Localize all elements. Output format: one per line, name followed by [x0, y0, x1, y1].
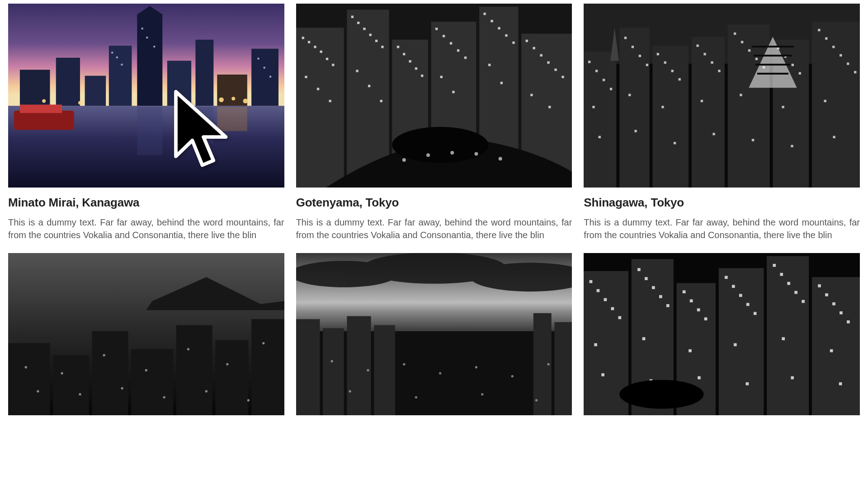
svg-point-188 [511, 375, 513, 377]
svg-rect-78 [380, 100, 382, 102]
svg-rect-64 [498, 27, 500, 29]
svg-rect-178 [323, 328, 344, 415]
svg-rect-148 [755, 64, 790, 66]
svg-rect-46 [351, 16, 353, 18]
svg-rect-48 [363, 28, 365, 30]
svg-rect-70 [547, 61, 549, 64]
gallery-thumbnail-5[interactable] [584, 253, 860, 415]
svg-point-169 [163, 396, 165, 399]
svg-rect-219 [754, 312, 757, 315]
svg-rect-77 [368, 85, 370, 87]
gallery-thumbnail-4[interactable] [296, 253, 572, 415]
gallery-thumbnail-0[interactable] [8, 4, 284, 188]
gallery-card-description: This is a dummy text. Far far away, behi… [8, 216, 284, 241]
svg-rect-61 [464, 56, 467, 59]
svg-rect-45 [332, 64, 334, 66]
svg-rect-201 [590, 280, 593, 283]
svg-point-193 [535, 399, 538, 401]
svg-rect-139 [635, 130, 637, 132]
svg-rect-216 [732, 285, 735, 288]
svg-rect-142 [752, 139, 754, 141]
svg-rect-55 [415, 67, 417, 70]
svg-rect-3 [56, 58, 80, 106]
svg-rect-68 [533, 47, 535, 49]
svg-rect-152 [8, 343, 50, 416]
gallery-card-1[interactable]: Gotenyama, Tokyo This is a dummy text. F… [296, 4, 572, 241]
svg-rect-179 [347, 316, 371, 416]
svg-point-191 [415, 396, 417, 399]
svg-rect-231 [642, 337, 646, 340]
svg-rect-106 [639, 55, 641, 57]
svg-rect-69 [540, 54, 542, 56]
svg-rect-202 [597, 289, 600, 292]
svg-rect-238 [698, 376, 701, 380]
svg-rect-82 [500, 82, 502, 84]
svg-rect-131 [593, 106, 595, 108]
svg-point-161 [103, 354, 105, 357]
svg-rect-26 [142, 28, 143, 29]
gallery-thumbnail-2[interactable] [584, 4, 860, 188]
gallery-thumbnail-1[interactable] [296, 4, 572, 188]
svg-rect-239 [746, 382, 749, 385]
svg-rect-67 [525, 40, 528, 42]
svg-rect-9 [195, 40, 213, 106]
svg-rect-11 [251, 49, 278, 106]
svg-point-186 [439, 372, 441, 375]
svg-rect-58 [443, 35, 445, 37]
svg-rect-30 [264, 67, 265, 69]
svg-rect-130 [854, 71, 856, 73]
svg-point-86 [426, 153, 430, 157]
svg-rect-94 [653, 46, 689, 188]
svg-rect-60 [457, 49, 459, 52]
svg-rect-233 [734, 343, 737, 347]
svg-rect-81 [488, 64, 491, 66]
svg-point-185 [403, 363, 405, 366]
gallery-card-2[interactable]: Shinagawa, Tokyo This is a dummy text. F… [584, 4, 860, 241]
svg-rect-218 [746, 303, 750, 306]
svg-rect-141 [713, 133, 715, 135]
svg-point-88 [474, 152, 478, 156]
svg-rect-24 [116, 56, 118, 58]
svg-point-184 [367, 369, 369, 371]
svg-rect-204 [611, 307, 614, 310]
svg-rect-137 [824, 100, 826, 102]
svg-rect-134 [701, 100, 703, 102]
gallery-card-3[interactable] [8, 253, 284, 415]
svg-point-39 [392, 127, 488, 163]
svg-rect-76 [356, 70, 358, 72]
svg-rect-217 [739, 294, 742, 297]
svg-rect-132 [628, 94, 631, 96]
svg-rect-23 [111, 52, 113, 53]
svg-point-192 [481, 393, 483, 395]
svg-rect-100 [588, 61, 590, 63]
svg-rect-62 [483, 13, 486, 15]
svg-rect-125 [818, 29, 821, 31]
svg-rect-113 [704, 53, 706, 55]
gallery-card-4[interactable] [296, 253, 572, 415]
svg-point-165 [262, 342, 264, 344]
svg-point-16 [42, 99, 46, 103]
gallery-card-5[interactable] [584, 253, 860, 415]
svg-rect-63 [491, 20, 493, 22]
svg-rect-25 [121, 64, 123, 66]
gallery-thumbnail-3[interactable] [8, 253, 284, 415]
svg-rect-222 [788, 282, 791, 285]
svg-rect-115 [718, 70, 721, 72]
svg-rect-104 [624, 37, 627, 39]
svg-rect-49 [369, 34, 371, 36]
svg-rect-41 [308, 41, 310, 43]
svg-rect-52 [397, 46, 399, 48]
svg-rect-66 [512, 42, 514, 44]
svg-rect-144 [833, 136, 835, 138]
svg-point-160 [61, 372, 63, 375]
svg-rect-226 [825, 293, 828, 296]
svg-rect-19 [20, 105, 62, 113]
gallery-card-0[interactable]: Minato Mirai, Kanagawa This is a dummy t… [8, 4, 284, 241]
gallery-card-title: Minato Mirai, Kanagawa [8, 196, 284, 210]
svg-rect-8 [167, 61, 191, 106]
svg-rect-110 [671, 70, 674, 72]
svg-rect-40 [302, 37, 304, 39]
svg-rect-157 [215, 340, 248, 415]
svg-point-163 [187, 348, 189, 350]
svg-rect-207 [645, 277, 648, 280]
